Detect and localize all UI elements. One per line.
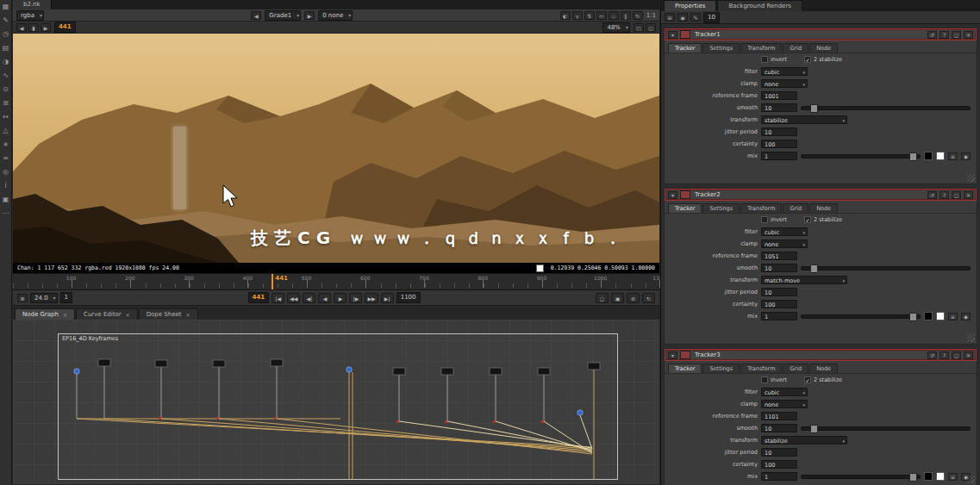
layer-select[interactable]: rgba: [16, 10, 44, 21]
pause-icon[interactable]: ‖: [621, 11, 631, 20]
param-slider[interactable]: [801, 154, 921, 159]
param-number-field[interactable]: 100: [761, 460, 797, 469]
transport-back-button-2[interactable]: ◀|: [303, 293, 315, 303]
param-slider[interactable]: [801, 475, 921, 479]
lock-range-icon[interactable]: ⊘: [627, 293, 640, 303]
tab-node-graph[interactable]: Node Graph✕: [15, 308, 75, 320]
panel-header[interactable]: ▾Tracker1↺?◻✕: [665, 28, 977, 40]
checkbox-invert[interactable]: invert: [761, 56, 787, 63]
checkbox-2-stabilize[interactable]: ✓2 stabilize: [804, 376, 842, 383]
filter-icon[interactable]: ∿: [3, 72, 9, 79]
graph-node[interactable]: [538, 368, 550, 375]
proxy-icon[interactable]: ◇: [609, 11, 619, 20]
checkbox-box[interactable]: [761, 56, 768, 63]
range-out-field[interactable]: 1100: [396, 292, 421, 303]
help-icon[interactable]: ?: [939, 351, 949, 359]
param-number-field[interactable]: 10: [761, 127, 797, 136]
metadata-icon[interactable]: i: [4, 182, 6, 190]
black-swatch[interactable]: [924, 152, 933, 160]
checkbox-invert[interactable]: invert: [761, 376, 787, 383]
timeline-menu-icon[interactable]: ≣: [17, 294, 28, 302]
panel-tab-tracker[interactable]: Tracker: [668, 203, 702, 213]
timeline-ruler[interactable]: 10020030040050060070080090010001100441: [13, 273, 659, 290]
slider-handle[interactable]: [909, 473, 917, 482]
checkbox-2-stabilize[interactable]: ✓2 stabilize: [804, 216, 842, 223]
current-frame-field[interactable]: 441: [248, 292, 270, 303]
panel-menu-icon[interactable]: ▾: [668, 31, 677, 39]
param-select[interactable]: none: [761, 239, 808, 248]
panel-tab-tracker[interactable]: Tracker: [668, 43, 702, 53]
panel-menu-icon[interactable]: ▾: [668, 351, 677, 359]
node-graph[interactable]: EP16_4D Keyframes: [13, 320, 659, 484]
param-number-field[interactable]: 10: [761, 103, 797, 112]
max-panels-field[interactable]: 10: [703, 12, 720, 23]
float-panel-icon[interactable]: ◻: [952, 31, 961, 39]
slider-handle[interactable]: [810, 104, 818, 113]
deep-icon[interactable]: ≡: [3, 154, 9, 162]
image-icon[interactable]: ▦: [3, 3, 9, 10]
transport-back-button-0[interactable]: |◀: [272, 293, 284, 303]
panel-tab-grid[interactable]: Grid: [783, 203, 808, 213]
panel-header[interactable]: ▾Tracker2↺?◻✕: [665, 189, 977, 201]
close-tab-icon[interactable]: ✕: [186, 312, 190, 318]
viewer-frame-field[interactable]: 441: [54, 22, 76, 33]
transport-fwd-button-0[interactable]: ▶: [334, 293, 346, 303]
panel-tab-node[interactable]: Node: [809, 203, 838, 213]
views-icon[interactable]: ◎: [3, 168, 9, 176]
tab-dope-sheet[interactable]: Dope Sheet✕: [139, 308, 198, 320]
pin-panels-icon[interactable]: ◉: [677, 13, 688, 22]
param-number-field[interactable]: 10: [761, 288, 797, 296]
param-number-field[interactable]: 1: [761, 472, 797, 481]
white-swatch[interactable]: [936, 152, 945, 160]
panel-menu-icon[interactable]: ▾: [668, 191, 677, 199]
param-select[interactable]: stabilize: [761, 436, 847, 445]
viewer-canvas[interactable]: 技艺CG ｗｗｗ．ｑｄｎｘｘｆｂ．: [13, 34, 659, 263]
prev-keyframe-icon[interactable]: ◀: [16, 23, 27, 32]
param-select[interactable]: cubic: [761, 388, 808, 396]
checkbox-box[interactable]: ✓: [804, 56, 811, 63]
panel-tab-transform[interactable]: Transform: [740, 43, 782, 53]
fps-select[interactable]: 24.0: [30, 293, 58, 303]
panel-tab-transform[interactable]: Transform: [740, 364, 782, 373]
help-icon[interactable]: ?: [939, 191, 949, 199]
black-swatch[interactable]: [924, 472, 933, 481]
panel-tab-settings[interactable]: Settings: [702, 203, 740, 213]
param-select[interactable]: cubic: [761, 227, 808, 236]
toolsets-icon[interactable]: ▣: [3, 196, 9, 203]
param-number-field[interactable]: 1: [761, 152, 797, 160]
panel-tab-settings[interactable]: Settings: [702, 43, 740, 53]
panel-resize-grip[interactable]: [967, 334, 975, 342]
white-swatch[interactable]: [936, 312, 945, 320]
tab-curve-editor[interactable]: Curve Editor✕: [76, 308, 138, 320]
param-select[interactable]: none: [761, 79, 808, 88]
channels-icon[interactable]: ≡: [948, 313, 958, 320]
help-icon[interactable]: ?: [939, 31, 949, 39]
slider-handle[interactable]: [810, 264, 818, 273]
panel-tab-node[interactable]: Node: [809, 43, 838, 53]
revert-icon[interactable]: ↺: [927, 191, 937, 199]
revert-icon[interactable]: ↺: [927, 351, 937, 359]
param-number-field[interactable]: 10: [761, 448, 797, 457]
transport-fwd-button-1[interactable]: |▶: [349, 293, 362, 303]
graph-node[interactable]: [98, 359, 110, 366]
panel-resize-grip[interactable]: [967, 174, 975, 182]
graph-node[interactable]: [441, 368, 453, 375]
channel-icon[interactable]: ▤: [3, 44, 9, 52]
zoom-select[interactable]: 48%: [602, 22, 630, 33]
close-panel-icon[interactable]: ✕: [964, 31, 973, 39]
next-keyframe-icon[interactable]: ▶: [41, 23, 51, 32]
frame-range-icon[interactable]: ◻: [596, 293, 609, 303]
buffer-b-select[interactable]: 0 none: [318, 10, 353, 21]
buffer-a-select[interactable]: Grade1: [265, 10, 301, 21]
transform-icon[interactable]: ↔: [3, 113, 9, 121]
param-select[interactable]: cubic: [761, 67, 808, 76]
playback-mode-icon[interactable]: ▣: [611, 293, 624, 303]
tab-background-renders[interactable]: Background Renders: [717, 0, 802, 11]
time-icon[interactable]: ◷: [3, 30, 9, 38]
panel-tab-grid[interactable]: Grid: [783, 364, 808, 373]
color-icon[interactable]: ◑: [3, 58, 9, 65]
sync-icon[interactable]: ↻: [642, 293, 655, 303]
transport-back-button-1[interactable]: ◀◀: [287, 293, 300, 303]
marker-icon[interactable]: ▮: [28, 23, 39, 32]
panel-tab-settings[interactable]: Settings: [702, 364, 740, 373]
